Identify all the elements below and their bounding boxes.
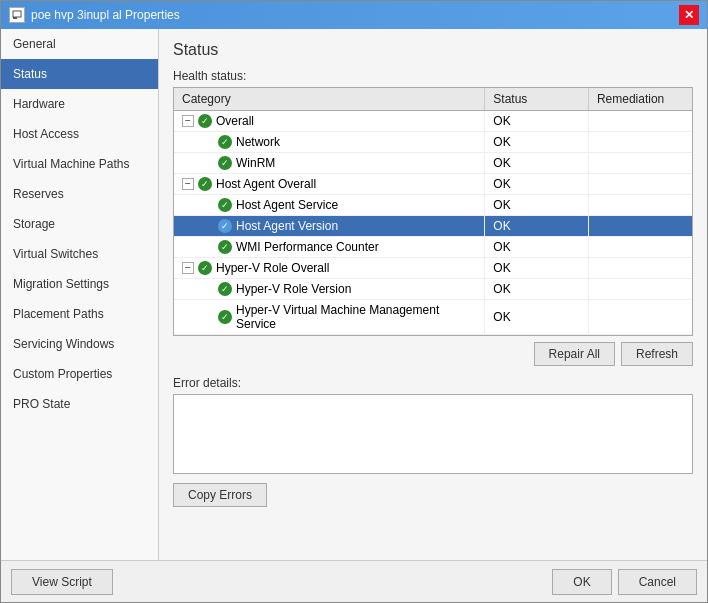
- sidebar-item-vm-paths[interactable]: Virtual Machine Paths: [1, 149, 158, 179]
- expand-icon[interactable]: −: [182, 178, 194, 190]
- row-label: WinRM: [236, 156, 275, 170]
- row-label: Host Agent Service: [236, 198, 338, 212]
- table-row[interactable]: ✓ Network OK: [174, 132, 692, 153]
- status-check-icon: ✓: [218, 310, 232, 324]
- status-check-icon: ✓: [218, 135, 232, 149]
- status-cell: OK: [485, 300, 589, 335]
- main-panel: Status Health status: Category Status Re…: [159, 29, 707, 560]
- cancel-button[interactable]: Cancel: [618, 569, 697, 595]
- row-label: Overall: [216, 114, 254, 128]
- window-title: poe hvp 3inupl al Properties: [31, 8, 180, 22]
- sidebar-item-reserves[interactable]: Reserves: [1, 179, 158, 209]
- health-label: Health status:: [173, 69, 693, 83]
- sidebar-item-hardware[interactable]: Hardware: [1, 89, 158, 119]
- remediation-cell: [588, 237, 692, 258]
- sidebar-item-general[interactable]: General: [1, 29, 158, 59]
- close-button[interactable]: ✕: [679, 5, 699, 25]
- remediation-cell: [588, 279, 692, 300]
- sidebar-item-servicing[interactable]: Servicing Windows: [1, 329, 158, 359]
- content-area: General Status Hardware Host Access Virt…: [1, 29, 707, 560]
- status-table-container: Category Status Remediation − ✓: [173, 87, 693, 336]
- table-row[interactable]: ✓ Host Agent Service OK: [174, 195, 692, 216]
- properties-window: poe hvp 3inupl al Properties ✕ General S…: [0, 0, 708, 603]
- category-cell: − ✓ Hyper-V Role Overall: [174, 258, 485, 279]
- status-cell: OK: [485, 237, 589, 258]
- svg-rect-0: [13, 11, 21, 17]
- sidebar-item-host-access[interactable]: Host Access: [1, 119, 158, 149]
- remediation-cell: [588, 111, 692, 132]
- sidebar-item-placement[interactable]: Placement Paths: [1, 299, 158, 329]
- section-title: Status: [173, 41, 693, 59]
- status-cell: OK: [485, 195, 589, 216]
- table-row[interactable]: ✓ WMI Performance Counter OK: [174, 237, 692, 258]
- window-icon: [9, 7, 25, 23]
- status-check-icon: ✓: [218, 219, 232, 233]
- sidebar-item-storage[interactable]: Storage: [1, 209, 158, 239]
- expand-icon[interactable]: −: [182, 115, 194, 127]
- svg-rect-1: [13, 17, 17, 19]
- category-cell: − ✓ Host Agent Overall: [174, 174, 485, 195]
- table-row[interactable]: ✓ WinRM OK: [174, 153, 692, 174]
- row-label: Host Agent Overall: [216, 177, 316, 191]
- remediation-cell: [588, 216, 692, 237]
- status-check-icon: ✓: [218, 198, 232, 212]
- view-script-button[interactable]: View Script: [11, 569, 113, 595]
- copy-errors-button[interactable]: Copy Errors: [173, 483, 267, 507]
- error-section: Error details:: [173, 376, 693, 477]
- status-check-icon: ✓: [198, 114, 212, 128]
- category-cell: ✓ Host Agent Service: [174, 195, 485, 216]
- table-row[interactable]: ✓ Hyper-V Role Version OK: [174, 279, 692, 300]
- sidebar-item-migration[interactable]: Migration Settings: [1, 269, 158, 299]
- row-label: Hyper-V Role Version: [236, 282, 351, 296]
- table-row[interactable]: − ✓ Overall OK: [174, 111, 692, 132]
- col-remediation: Remediation: [588, 88, 692, 111]
- remediation-cell: [588, 258, 692, 279]
- col-status: Status: [485, 88, 589, 111]
- status-cell: OK: [485, 174, 589, 195]
- table-header-row: Category Status Remediation: [174, 88, 692, 111]
- status-cell: OK: [485, 279, 589, 300]
- remediation-cell: [588, 153, 692, 174]
- sidebar-item-status[interactable]: Status: [1, 59, 158, 89]
- table-button-row: Repair All Refresh: [173, 342, 693, 366]
- status-check-icon: ✓: [198, 261, 212, 275]
- table-row[interactable]: ✓ Host Agent Version OK: [174, 216, 692, 237]
- status-cell: OK: [485, 153, 589, 174]
- refresh-button[interactable]: Refresh: [621, 342, 693, 366]
- table-row[interactable]: − ✓ Host Agent Overall OK: [174, 174, 692, 195]
- category-cell: − ✓ Overall: [174, 111, 485, 132]
- remediation-cell: [588, 174, 692, 195]
- ok-button[interactable]: OK: [552, 569, 611, 595]
- status-cell: OK: [485, 258, 589, 279]
- status-check-icon: ✓: [218, 240, 232, 254]
- title-bar: poe hvp 3inupl al Properties ✕: [1, 1, 707, 29]
- category-cell: ✓ WMI Performance Counter: [174, 237, 485, 258]
- row-label: Hyper-V Role Overall: [216, 261, 329, 275]
- row-label: Network: [236, 135, 280, 149]
- footer-right: OK Cancel: [552, 569, 697, 595]
- sidebar-item-pro[interactable]: PRO State: [1, 389, 158, 419]
- sidebar-item-virtual-switches[interactable]: Virtual Switches: [1, 239, 158, 269]
- status-cell: OK: [485, 111, 589, 132]
- col-category: Category: [174, 88, 485, 111]
- row-label: Hyper-V Virtual Machine Management Servi…: [236, 303, 476, 331]
- sidebar-item-custom[interactable]: Custom Properties: [1, 359, 158, 389]
- repair-all-button[interactable]: Repair All: [534, 342, 615, 366]
- category-cell: ✓ Hyper-V Virtual Machine Management Ser…: [174, 300, 485, 335]
- footer: View Script OK Cancel: [1, 560, 707, 602]
- copy-errors-row: Copy Errors: [173, 483, 693, 507]
- expand-icon[interactable]: −: [182, 262, 194, 274]
- title-bar-left: poe hvp 3inupl al Properties: [9, 7, 180, 23]
- remediation-cell: [588, 300, 692, 335]
- status-table: Category Status Remediation − ✓: [174, 88, 692, 335]
- status-cell: OK: [485, 216, 589, 237]
- error-label: Error details:: [173, 376, 693, 390]
- table-row[interactable]: ✓ Hyper-V Virtual Machine Management Ser…: [174, 300, 692, 335]
- status-check-icon: ✓: [198, 177, 212, 191]
- status-cell: OK: [485, 132, 589, 153]
- row-label: WMI Performance Counter: [236, 240, 379, 254]
- table-row[interactable]: − ✓ Hyper-V Role Overall OK: [174, 258, 692, 279]
- error-details-box[interactable]: [173, 394, 693, 474]
- category-cell: ✓ WinRM: [174, 153, 485, 174]
- status-check-icon: ✓: [218, 282, 232, 296]
